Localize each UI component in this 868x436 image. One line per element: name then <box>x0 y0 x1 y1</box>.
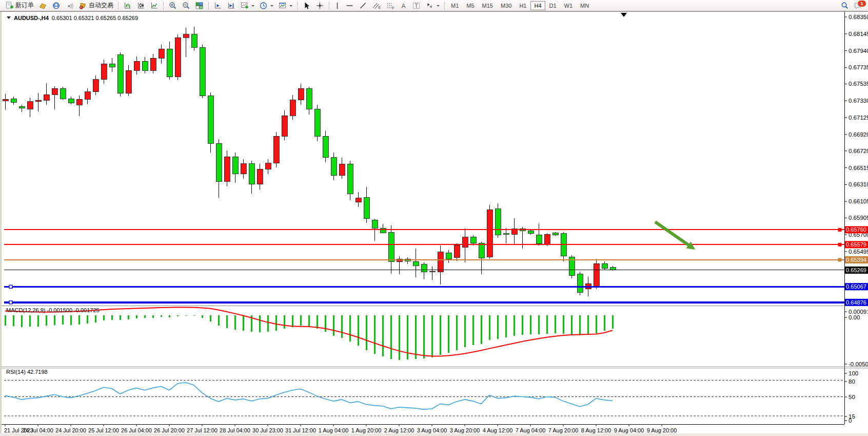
candle-body <box>85 92 90 99</box>
price-badge-label: 0.65067 <box>846 283 866 290</box>
community-icon <box>52 2 61 10</box>
price-tick-label: 0.67940 <box>849 48 868 54</box>
toolbar-separator <box>297 2 298 10</box>
candle-body <box>60 88 66 99</box>
candle-body <box>544 234 550 244</box>
shapes-tool-button[interactable] <box>423 1 442 11</box>
cursor-icon <box>302 2 311 10</box>
search-button[interactable] <box>838 1 851 11</box>
price-tick-label: 0.67330 <box>849 98 868 104</box>
notifications-button[interactable]: 1 <box>852 1 865 11</box>
rsi-tick-label: 50 <box>849 394 855 400</box>
time-tick-label: 24 Jul 20:00 <box>55 427 86 433</box>
deposit-button[interactable] <box>36 1 49 11</box>
line-handle[interactable] <box>9 285 12 288</box>
templates-menu-button[interactable] <box>276 1 294 11</box>
candle-body <box>191 34 197 48</box>
toolbar-separator <box>208 2 209 10</box>
timeframe-w1-button[interactable]: W1 <box>561 1 577 10</box>
horizontal-line-icon <box>345 2 354 10</box>
crosshair-tool-button[interactable] <box>313 1 326 11</box>
timeframes-menu-button[interactable] <box>257 1 275 11</box>
trendline-icon <box>359 2 367 10</box>
candle-body <box>93 80 98 92</box>
tile-windows-button[interactable] <box>193 1 206 11</box>
timeframe-m1-button[interactable]: M1 <box>447 1 462 10</box>
template-icon <box>278 2 287 10</box>
candle-body <box>273 136 279 163</box>
label-tool-button[interactable]: T <box>410 1 423 11</box>
dropdown-caret-icon <box>251 5 254 8</box>
text-tool-button[interactable]: A <box>398 1 409 11</box>
timeframe-m30-button[interactable]: M30 <box>497 1 515 10</box>
deposit-icon <box>38 2 47 10</box>
timeframe-h1-button[interactable]: H1 <box>516 1 530 10</box>
time-tick-label: 25 Jul 12:00 <box>88 427 119 433</box>
signals-icon <box>65 2 74 10</box>
candle-body <box>421 264 427 272</box>
macd-tick-label: 0.00 <box>849 314 860 320</box>
trendline-tool-button[interactable] <box>357 1 369 11</box>
toolbar-separator <box>118 2 119 10</box>
new-chart-button[interactable] <box>238 1 257 11</box>
candle-body <box>19 106 25 108</box>
autotrade-button[interactable]: 自动交易 <box>76 1 115 11</box>
candle-body <box>167 49 172 77</box>
toolbar-separator <box>163 2 164 10</box>
candle-body <box>306 88 312 109</box>
candle-body <box>216 143 222 181</box>
window-bottom-edge <box>0 433 868 436</box>
cursor-tool-button[interactable] <box>300 1 313 11</box>
autoscroll-button[interactable] <box>211 1 224 11</box>
zoom-in-button[interactable] <box>166 1 179 11</box>
zoom-out-button[interactable] <box>180 1 192 11</box>
chart-ohlc-values: 0.65301 0.65321 0.65265 0.65269 <box>52 15 138 21</box>
channel-tool-button[interactable]: E <box>370 1 383 11</box>
label-tool-icon: T <box>412 2 421 10</box>
zoom-out-icon <box>182 2 190 10</box>
clock-icon <box>259 2 268 10</box>
line-handle[interactable] <box>838 243 841 246</box>
price-badge-label: 0.65269 <box>846 267 866 273</box>
shapes-icon <box>425 2 434 10</box>
price-badge-label: 0.65394 <box>846 257 866 263</box>
svg-text:E: E <box>379 6 381 9</box>
vertical-line-tool-button[interactable] <box>332 1 343 11</box>
timeframe-d1-button[interactable]: D1 <box>546 1 560 10</box>
bar-chart-type-button[interactable] <box>121 1 134 11</box>
rsi-indicator-label: RSI(14) 42.7198 <box>6 369 48 375</box>
autoscroll-icon <box>213 2 222 10</box>
candle-body <box>462 237 468 248</box>
tile-windows-icon <box>195 2 204 10</box>
signals-button[interactable] <box>63 1 76 11</box>
chart-shift-button[interactable] <box>225 1 238 11</box>
time-tick-label: 2 Aug 12:00 <box>384 427 415 433</box>
price-tick-label: 0.66310 <box>849 181 868 187</box>
line-handle[interactable] <box>838 258 841 261</box>
line-handle[interactable] <box>9 301 12 304</box>
price-tick-label: 0.65905 <box>849 215 868 221</box>
chart-symbol-period: AUDUSD-,H4 <box>14 15 49 21</box>
candle-body <box>52 88 57 94</box>
notification-badge: 1 <box>857 0 866 7</box>
new-order-button[interactable]: 新订单 <box>3 1 36 11</box>
line-chart-type-button[interactable] <box>148 1 161 11</box>
bar-chart-icon <box>123 2 132 10</box>
rsi-tick-label: 80 <box>849 378 855 385</box>
candle-body <box>11 99 16 102</box>
timeframe-m15-button[interactable]: M15 <box>479 1 497 10</box>
horizontal-line-tool-button[interactable] <box>343 1 356 11</box>
chart-menu-icon[interactable] <box>7 16 11 21</box>
dropdown-caret-icon <box>437 5 440 8</box>
candlestick-chart-type-button[interactable] <box>134 1 147 11</box>
community-button[interactable] <box>50 1 63 11</box>
timeframe-h4-button[interactable]: H4 <box>530 1 545 10</box>
timeframe-m5-button[interactable]: M5 <box>463 1 478 10</box>
fibonacci-tool-button[interactable]: F <box>384 1 397 11</box>
candle-body <box>356 198 361 202</box>
candle-body <box>364 197 369 219</box>
line-handle[interactable] <box>838 228 841 231</box>
search-icon <box>840 2 849 10</box>
candle-body <box>413 261 419 266</box>
timeframe-mn-button[interactable]: MN <box>577 1 593 10</box>
